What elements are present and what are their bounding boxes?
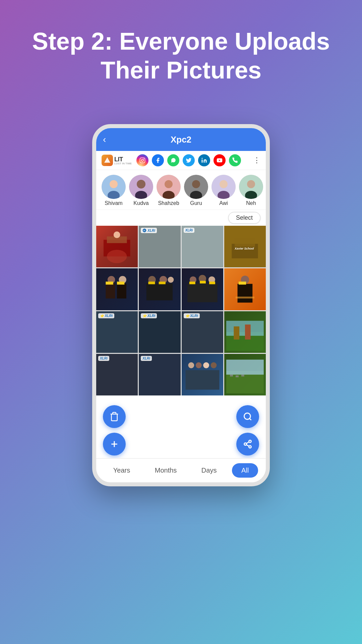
photo-thumbnail xyxy=(224,354,266,395)
svg-rect-64 xyxy=(185,370,219,389)
avatar-shivam[interactable]: Shivam xyxy=(102,175,126,206)
svg-point-10 xyxy=(137,180,145,189)
xlri-badge: ⭐ XLRt xyxy=(98,313,114,318)
fab-left xyxy=(103,405,126,455)
facebook-icon[interactable] xyxy=(152,154,164,166)
youtube-icon[interactable] xyxy=(214,154,226,166)
photo-cell[interactable]: Xavier School xyxy=(224,226,266,267)
svg-rect-58 xyxy=(234,326,239,339)
svg-point-13 xyxy=(165,180,173,188)
photo-thumbnail: ⭐ XLRt xyxy=(96,311,138,353)
photo-cell[interactable] xyxy=(96,268,138,310)
svg-rect-68 xyxy=(236,375,239,377)
avatar-shahzeb[interactable]: Shahzeb xyxy=(157,175,181,206)
avatar-neh[interactable]: Neh xyxy=(239,175,263,206)
photo-cell[interactable] xyxy=(139,268,180,310)
svg-rect-69 xyxy=(241,375,244,377)
svg-rect-42 xyxy=(146,284,173,301)
svg-point-62 xyxy=(203,362,209,368)
photo-cell[interactable] xyxy=(224,311,266,353)
svg-marker-0 xyxy=(104,157,110,163)
photo-cell[interactable] xyxy=(182,268,223,310)
tab-days[interactable]: Days xyxy=(192,463,226,478)
svg-text:Xavier School: Xavier School xyxy=(234,247,254,250)
avatar-name: Shahzeb xyxy=(158,200,179,206)
photo-thumbnail: XL XLRi xyxy=(139,226,180,267)
photo-cell[interactable] xyxy=(224,268,266,310)
avatar-name: Awi xyxy=(219,200,228,206)
avatar-circle xyxy=(102,175,126,199)
svg-point-3 xyxy=(143,159,144,159)
svg-point-60 xyxy=(188,362,194,368)
tab-all[interactable]: All xyxy=(232,463,258,478)
avatar-guru[interactable]: Guru xyxy=(184,175,208,206)
xlri-badge: ⭐ XLRt xyxy=(184,313,200,318)
search-button[interactable] xyxy=(236,405,259,428)
avatar-circle xyxy=(184,175,208,199)
logo-subtext: LOST IN TIME xyxy=(114,162,132,165)
svg-rect-35 xyxy=(106,284,115,299)
photo-thumbnail xyxy=(224,268,266,310)
svg-point-19 xyxy=(220,180,228,188)
svg-point-26 xyxy=(114,231,120,238)
photo-thumbnail xyxy=(96,268,138,310)
photo-cell[interactable]: XLRi xyxy=(182,226,223,267)
xlri-badge: XLRi xyxy=(98,356,109,361)
svg-line-77 xyxy=(246,445,249,446)
svg-rect-31 xyxy=(235,238,255,247)
photo-thumbnail: ⭐ XLRt xyxy=(182,311,223,353)
share-button[interactable] xyxy=(236,433,259,455)
avatar-name: Guru xyxy=(190,200,202,206)
photo-cell[interactable] xyxy=(224,354,266,395)
photo-thumbnail: XLRi xyxy=(182,226,223,267)
photo-cell[interactable] xyxy=(182,354,223,395)
svg-point-22 xyxy=(247,180,255,188)
svg-rect-36 xyxy=(117,284,126,299)
social-bar: LIT LOST IN TIME xyxy=(96,151,266,170)
photo-cell[interactable]: ⭐ XLRt xyxy=(139,311,180,353)
instagram-icon[interactable] xyxy=(136,154,148,166)
svg-point-2 xyxy=(141,159,143,161)
more-options-button[interactable]: ⋮ xyxy=(253,156,260,165)
photo-cell[interactable]: XL XLRi xyxy=(139,226,180,267)
trash-button[interactable] xyxy=(103,405,126,428)
tab-label: Months xyxy=(155,467,177,474)
photo-cell[interactable]: ⭐ XLRt xyxy=(96,311,138,353)
linkedin-icon[interactable] xyxy=(198,154,210,166)
photo-thumbnail: XLRi xyxy=(139,354,180,395)
svg-point-61 xyxy=(195,362,201,368)
xlri-badge: XLRi xyxy=(141,356,152,361)
tab-years[interactable]: Years xyxy=(104,463,139,478)
photo-cell[interactable]: XLRi xyxy=(139,354,180,395)
svg-point-76 xyxy=(249,446,251,448)
viber-icon[interactable] xyxy=(229,154,241,166)
tab-months[interactable]: Months xyxy=(145,463,186,478)
photo-cell[interactable] xyxy=(96,226,138,267)
photo-grid: XL XLRi XLRi Xavier Scho xyxy=(96,226,266,395)
phone-mockup: ‹ Xpc2 LIT LOST IN TIME xyxy=(92,124,270,486)
avatar-kudva[interactable]: Kudva xyxy=(129,175,153,206)
photo-thumbnail xyxy=(96,226,138,267)
avatar-circle xyxy=(157,175,181,199)
svg-point-4 xyxy=(202,158,203,159)
photo-cell[interactable]: ⭐ XLRt xyxy=(182,311,223,353)
svg-rect-59 xyxy=(245,324,251,339)
tab-label: Days xyxy=(201,467,217,474)
svg-rect-44 xyxy=(159,282,166,284)
back-button[interactable]: ‹ xyxy=(103,134,106,145)
whatsapp-icon[interactable] xyxy=(167,154,179,166)
xlri-badge: ⭐ XLRt xyxy=(141,313,157,318)
photo-thumbnail: Xavier School xyxy=(224,226,266,267)
avatar-name: Shivam xyxy=(105,200,122,206)
svg-point-27 xyxy=(107,250,127,263)
twitter-icon[interactable] xyxy=(183,154,195,166)
photo-thumbnail xyxy=(182,268,223,310)
add-button[interactable] xyxy=(103,433,126,455)
svg-point-72 xyxy=(244,413,251,420)
svg-rect-37 xyxy=(106,282,113,285)
svg-rect-49 xyxy=(189,282,195,284)
avatar-awi[interactable]: Awi xyxy=(212,175,236,206)
photo-cell[interactable]: XLRi xyxy=(96,354,138,395)
svg-line-73 xyxy=(249,418,251,420)
select-button[interactable]: Select xyxy=(228,212,260,224)
